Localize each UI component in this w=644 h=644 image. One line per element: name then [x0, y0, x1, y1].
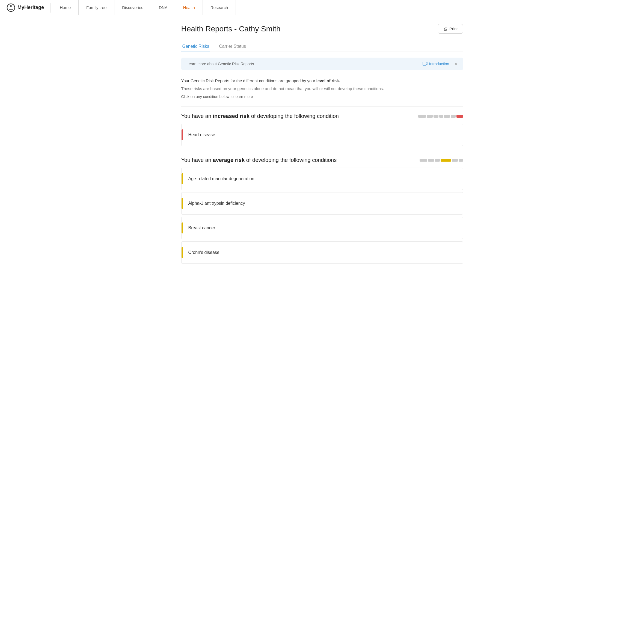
navbar: MyHeritage Home Family tree Discoveries …	[0, 0, 644, 15]
nav-items: Home Family tree Discoveries DNA Health …	[52, 0, 637, 15]
avg-meter-bar-6	[459, 159, 463, 162]
banner-text: Learn more about Genetic Risk Reports	[187, 62, 254, 66]
increased-risk-section: You have an increased risk of developing…	[181, 113, 463, 146]
average-risk-title: You have an average risk of developing t…	[181, 157, 337, 163]
condition-card-macular[interactable]: Age-related macular degeneration	[181, 168, 463, 190]
tab-carrier-status[interactable]: Carrier Status	[218, 41, 247, 52]
avg-meter-bar-2	[428, 159, 434, 162]
condition-card-crohns[interactable]: Crohn's disease	[181, 241, 463, 264]
avg-meter-bar-1	[420, 159, 427, 162]
page-title: Health Reports - Cathy Smith	[181, 25, 281, 33]
banner-close-button[interactable]: ×	[455, 61, 458, 66]
page-header: Health Reports - Cathy Smith 🖨 Print	[181, 24, 463, 34]
tab-genetic-risks[interactable]: Genetic Risks	[181, 41, 210, 52]
meter-bar-3	[434, 115, 438, 118]
description-hint: Click on any condition below to learn mo…	[181, 94, 463, 100]
meter-bar-6	[451, 115, 456, 118]
meter-bar-2	[427, 115, 433, 118]
description: Your Genetic Risk Reports for the differ…	[181, 78, 463, 100]
left-bar-yellow-1	[182, 173, 183, 184]
main-content: Health Reports - Cathy Smith 🖨 Print Gen…	[175, 15, 470, 283]
condition-name-heart-disease: Heart disease	[188, 132, 215, 137]
increased-risk-title: You have an increased risk of developing…	[181, 113, 339, 119]
description-line1: Your Genetic Risk Reports for the differ…	[181, 78, 463, 84]
nav-item-home[interactable]: Home	[52, 0, 79, 15]
avg-meter-bar-5	[452, 159, 458, 162]
avg-meter-bar-active	[441, 159, 451, 162]
svg-rect-2	[423, 62, 426, 65]
print-label: Print	[449, 26, 458, 31]
nav-item-discoveries[interactable]: Discoveries	[114, 0, 151, 15]
condition-name-alpha1: Alpha-1 antitrypsin deficiency	[188, 201, 245, 206]
increased-risk-meter	[418, 115, 463, 118]
meter-bar-active	[456, 115, 463, 118]
condition-name-breast-cancer: Breast cancer	[188, 225, 215, 230]
logo-text: MyHeritage	[17, 5, 44, 10]
left-bar-yellow-4	[182, 247, 183, 258]
meter-bar-5	[444, 115, 450, 118]
condition-card-alpha1[interactable]: Alpha-1 antitrypsin deficiency	[181, 192, 463, 215]
avg-meter-bar-3	[435, 159, 440, 162]
nav-item-family-tree[interactable]: Family tree	[79, 0, 114, 15]
intro-label: Introduction	[429, 62, 449, 66]
banner-actions: Introduction ×	[423, 61, 458, 66]
info-banner: Learn more about Genetic Risk Reports In…	[181, 58, 463, 70]
tabs: Genetic Risks Carrier Status	[181, 41, 463, 52]
left-bar-yellow-3	[182, 222, 183, 233]
description-line2: These risks are based on your genetics a…	[181, 86, 463, 92]
nav-item-dna[interactable]: DNA	[151, 0, 176, 15]
increased-risk-header: You have an increased risk of developing…	[181, 113, 463, 119]
printer-icon: 🖨	[443, 26, 447, 31]
average-risk-header: You have an average risk of developing t…	[181, 157, 463, 163]
meter-bar-1	[418, 115, 426, 118]
video-icon	[423, 62, 428, 66]
svg-point-1	[10, 5, 12, 7]
introduction-link[interactable]: Introduction	[423, 62, 449, 66]
condition-card-heart-disease[interactable]: Heart disease	[181, 124, 463, 146]
nav-item-research[interactable]: Research	[203, 0, 236, 15]
average-risk-section: You have an average risk of developing t…	[181, 157, 463, 264]
nav-item-health[interactable]: Health	[175, 0, 203, 15]
myheritage-logo-icon	[7, 3, 15, 12]
average-risk-meter	[420, 159, 463, 162]
condition-name-macular: Age-related macular degeneration	[188, 176, 254, 181]
left-bar-yellow-2	[182, 198, 183, 209]
condition-card-breast-cancer[interactable]: Breast cancer	[181, 217, 463, 239]
meter-bar-4	[439, 115, 443, 118]
left-bar-red	[182, 129, 183, 140]
condition-name-crohns: Crohn's disease	[188, 250, 219, 255]
logo[interactable]: MyHeritage	[7, 3, 44, 12]
print-button[interactable]: 🖨 Print	[438, 24, 463, 34]
